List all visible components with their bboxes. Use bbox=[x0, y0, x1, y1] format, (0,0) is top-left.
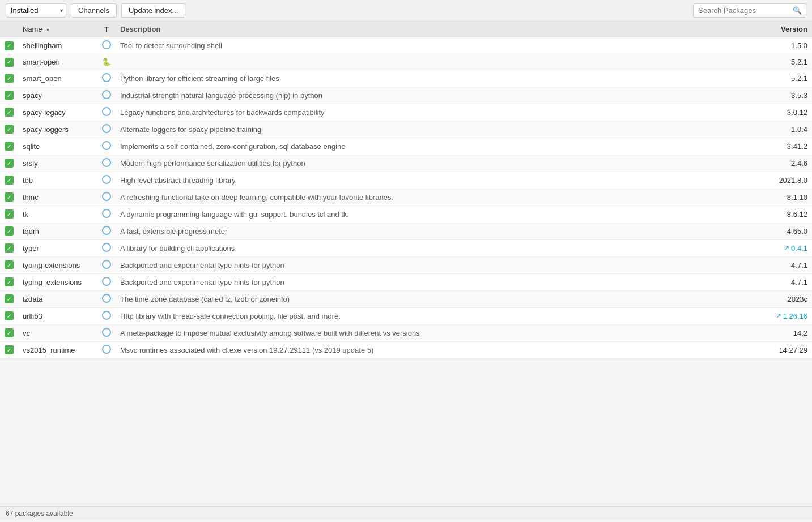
package-version: 5.2.1 bbox=[755, 54, 812, 70]
package-name: urllib3 bbox=[18, 307, 97, 324]
package-description: A meta-package to impose mutual exclusiv… bbox=[116, 324, 755, 341]
package-description: Backported and experimental type hints f… bbox=[116, 256, 755, 273]
python-type-icon: 🐍 bbox=[102, 58, 111, 66]
row-checkbox[interactable]: ✓ bbox=[0, 155, 18, 172]
row-checkbox[interactable]: ✓ bbox=[0, 189, 18, 206]
package-type bbox=[97, 324, 116, 341]
check-column-header bbox=[0, 22, 18, 37]
conda-type-icon bbox=[102, 260, 111, 269]
package-type bbox=[97, 189, 116, 206]
version-text: 0.4.1 bbox=[791, 244, 807, 253]
conda-type-icon bbox=[102, 243, 111, 252]
update-index-button[interactable]: Update index... bbox=[121, 3, 185, 18]
package-type bbox=[97, 273, 116, 290]
row-checkbox[interactable]: ✓ bbox=[0, 290, 18, 307]
package-name: typing_extensions bbox=[18, 273, 97, 290]
row-checkbox[interactable]: ✓ bbox=[0, 54, 18, 70]
package-description: Implements a self-contained, zero-config… bbox=[116, 138, 755, 155]
row-checkbox[interactable]: ✓ bbox=[0, 307, 18, 324]
package-description: The time zone database (called tz, tzdb … bbox=[116, 290, 755, 307]
checked-icon: ✓ bbox=[5, 125, 14, 134]
table-row: ✓smart-open🐍5.2.1 bbox=[0, 54, 812, 70]
table-row: ✓tzdataThe time zone database (called tz… bbox=[0, 290, 812, 307]
package-description: Modern high-performance serialization ut… bbox=[116, 155, 755, 172]
package-type bbox=[97, 290, 116, 307]
table-row: ✓typerA library for building cli applica… bbox=[0, 239, 812, 256]
package-version: 3.5.3 bbox=[755, 87, 812, 104]
package-version: 8.6.12 bbox=[755, 206, 812, 223]
package-type bbox=[97, 239, 116, 256]
checked-icon: ✓ bbox=[5, 277, 14, 286]
package-name: tqdm bbox=[18, 223, 97, 239]
row-checkbox[interactable]: ✓ bbox=[0, 87, 18, 104]
row-checkbox[interactable]: ✓ bbox=[0, 256, 18, 273]
row-checkbox[interactable]: ✓ bbox=[0, 104, 18, 121]
package-type bbox=[97, 138, 116, 155]
row-checkbox[interactable]: ✓ bbox=[0, 37, 18, 54]
row-checkbox[interactable]: ✓ bbox=[0, 341, 18, 358]
row-checkbox[interactable]: ✓ bbox=[0, 172, 18, 189]
search-input[interactable] bbox=[693, 3, 806, 18]
version-column-header: Version bbox=[755, 22, 812, 37]
package-name: typer bbox=[18, 239, 97, 256]
version-text: 1.26.16 bbox=[783, 312, 807, 320]
table-row: ✓sqliteImplements a self-contained, zero… bbox=[0, 138, 812, 155]
row-checkbox[interactable]: ✓ bbox=[0, 121, 18, 138]
packages-table: Name ▾ T Description Version ✓shellingha… bbox=[0, 22, 812, 359]
package-name: vs2015_runtime bbox=[18, 341, 97, 358]
filter-select[interactable]: Installed Not Installed Updatable All bbox=[6, 3, 66, 18]
conda-type-icon bbox=[102, 141, 111, 150]
package-version: 4.7.1 bbox=[755, 256, 812, 273]
checked-icon: ✓ bbox=[5, 91, 14, 100]
package-name: spacy-legacy bbox=[18, 104, 97, 121]
package-description: Alternate loggers for spacy pipeline tra… bbox=[116, 121, 755, 138]
conda-type-icon bbox=[102, 158, 111, 167]
package-version: 1.5.0 bbox=[755, 37, 812, 54]
package-description: Backported and experimental type hints f… bbox=[116, 273, 755, 290]
conda-type-icon bbox=[102, 124, 111, 133]
package-description: Python library for efficient streaming o… bbox=[116, 70, 755, 87]
packages-table-container[interactable]: Name ▾ T Description Version ✓shellingha… bbox=[0, 22, 812, 506]
package-type bbox=[97, 37, 116, 54]
name-column-header[interactable]: Name ▾ bbox=[18, 22, 97, 37]
row-checkbox[interactable]: ✓ bbox=[0, 239, 18, 256]
package-description: Http library with thread-safe connection… bbox=[116, 307, 755, 324]
row-checkbox[interactable]: ✓ bbox=[0, 70, 18, 87]
table-row: ✓thincA refreshing functional take on de… bbox=[0, 189, 812, 206]
package-version: 3.0.12 bbox=[755, 104, 812, 121]
checked-icon: ✓ bbox=[5, 209, 14, 219]
package-type bbox=[97, 223, 116, 239]
package-type bbox=[97, 155, 116, 172]
package-type bbox=[97, 87, 116, 104]
checked-icon: ✓ bbox=[5, 328, 14, 337]
conda-type-icon bbox=[102, 311, 111, 320]
table-row: ✓typing_extensionsBackported and experim… bbox=[0, 273, 812, 290]
row-checkbox[interactable]: ✓ bbox=[0, 324, 18, 341]
upgrade-arrow-icon: ↗ bbox=[776, 312, 781, 320]
filter-select-wrapper: Installed Not Installed Updatable All ▾ bbox=[6, 3, 66, 18]
package-name: smart_open bbox=[18, 70, 97, 87]
row-checkbox[interactable]: ✓ bbox=[0, 223, 18, 239]
package-version: 2023c bbox=[755, 290, 812, 307]
upgrade-arrow-icon: ↗ bbox=[784, 244, 789, 252]
package-version: ↗1.26.16 bbox=[755, 307, 812, 324]
channels-button[interactable]: Channels bbox=[71, 3, 117, 18]
package-name: shellingham bbox=[18, 37, 97, 54]
row-checkbox[interactable]: ✓ bbox=[0, 206, 18, 223]
packages-count: 67 packages available bbox=[6, 510, 73, 517]
row-checkbox[interactable]: ✓ bbox=[0, 138, 18, 155]
package-name: smart-open bbox=[18, 54, 97, 70]
checked-icon: ✓ bbox=[5, 192, 14, 202]
conda-type-icon bbox=[102, 294, 111, 303]
checked-icon: ✓ bbox=[5, 243, 14, 253]
conda-type-icon bbox=[102, 277, 111, 286]
package-description: A library for building cli applications bbox=[116, 239, 755, 256]
table-row: ✓srslyModern high-performance serializat… bbox=[0, 155, 812, 172]
row-checkbox[interactable]: ✓ bbox=[0, 273, 18, 290]
table-row: ✓typing-extensionsBackported and experim… bbox=[0, 256, 812, 273]
search-wrapper: 🔍 bbox=[693, 3, 806, 18]
package-description: Legacy functions and architectures for b… bbox=[116, 104, 755, 121]
table-row: ✓tqdmA fast, extensible progress meter4.… bbox=[0, 223, 812, 239]
package-version: 5.2.1 bbox=[755, 70, 812, 87]
checked-icon: ✓ bbox=[5, 345, 14, 354]
